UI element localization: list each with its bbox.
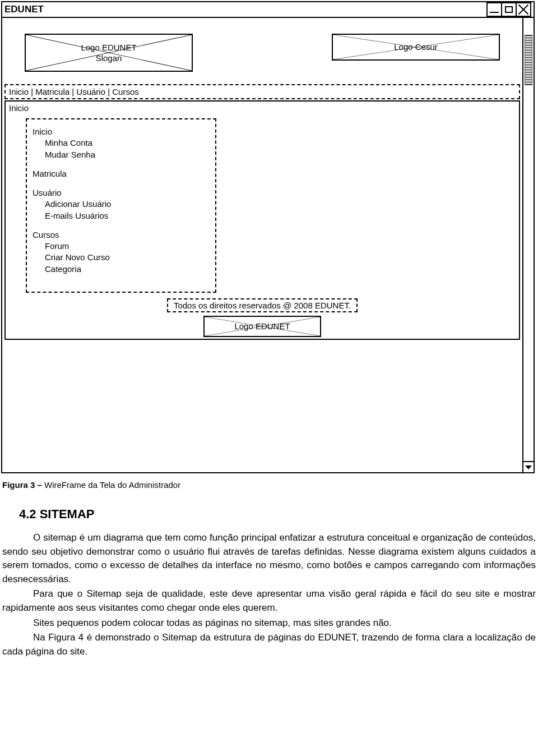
- logo-cesur-placeholder: Logo Cesur: [332, 34, 500, 61]
- footer-copyright: Todos os direitos reservados @ 2008 EDUN…: [167, 298, 358, 312]
- paragraph-3: Sites pequenos podem colocar todas as pá…: [2, 616, 536, 630]
- logo-edunet-text: Logo EDUNETSlogan: [77, 41, 140, 65]
- figure-caption-text: WireFrame da Tela do Administrador: [44, 480, 180, 490]
- footer-logo-text: Logo EDUNET: [231, 320, 293, 333]
- footer-logo-placeholder: Logo EDUNET: [203, 316, 321, 337]
- document-body: 4.2 SITEMAP O sitemap é um diagrama que …: [0, 505, 538, 671]
- main-nav-items: Inicio | Matricula | Usuário | Cursos: [9, 87, 139, 96]
- logo-edunet-placeholder: Logo EDUNETSlogan: [25, 34, 193, 72]
- footer-area: Todos os direitos reservados @ 2008 EDUN…: [9, 298, 516, 337]
- sitemap-tree: Inicio Minha Conta Mudar Senha Matricula…: [26, 118, 216, 293]
- breadcrumb-label: Inicio: [9, 103, 516, 113]
- vertical-scrollbar[interactable]: [522, 18, 534, 472]
- paragraph-1: O sitemap é um diagrama que tem como fun…: [2, 531, 536, 587]
- paragraph-2: Para que o Sitemap seja de qualidade, es…: [2, 587, 536, 615]
- minimize-button[interactable]: [486, 2, 502, 17]
- tree-categoria[interactable]: Categoria: [33, 264, 210, 275]
- tree-adicionar-usuario[interactable]: Adicionar Usuário: [33, 199, 210, 210]
- logo-cesur-text: Logo Cesur: [391, 40, 441, 54]
- chevron-down-icon: [525, 465, 532, 469]
- wireframe-window: EDUNET Logo EDUNETSlogan Logo Cesur Inic…: [1, 1, 535, 473]
- tree-matricula[interactable]: Matricula: [33, 168, 210, 179]
- tree-mudar-senha[interactable]: Mudar Senha: [33, 149, 210, 160]
- maximize-button[interactable]: [501, 2, 517, 17]
- content-panel: Inicio Inicio Minha Conta Mudar Senha Ma…: [4, 100, 520, 340]
- tree-criar-novo-curso[interactable]: Criar Novo Curso: [33, 252, 210, 263]
- section-heading: 4.2 SITEMAP: [2, 505, 536, 523]
- tree-emails-usuarios[interactable]: E-mails Usuários: [33, 210, 210, 222]
- tree-forum[interactable]: Forum: [33, 241, 210, 252]
- tree-usuario[interactable]: Usuário: [33, 187, 210, 199]
- figure-label: Figura 3 –: [2, 480, 44, 490]
- scroll-down-button[interactable]: [523, 461, 534, 472]
- tree-minha-conta[interactable]: Minha Conta: [33, 137, 210, 149]
- figure-caption: Figura 3 – WireFrame da Tela do Administ…: [2, 480, 536, 490]
- window-title: EDUNET: [4, 4, 44, 15]
- tree-inicio[interactable]: Inicio: [33, 126, 210, 137]
- tree-cursos[interactable]: Cursos: [33, 229, 210, 241]
- paragraph-4: Na Figura 4 é demonstrado o Sitemap da e…: [2, 631, 536, 658]
- titlebar: EDUNET: [2, 2, 534, 18]
- header-logos: Logo EDUNETSlogan Logo Cesur: [2, 18, 522, 82]
- scrollbar-thumb[interactable]: [525, 35, 532, 85]
- close-button[interactable]: [516, 2, 531, 17]
- main-nav[interactable]: Inicio | Matricula | Usuário | Cursos: [4, 84, 520, 99]
